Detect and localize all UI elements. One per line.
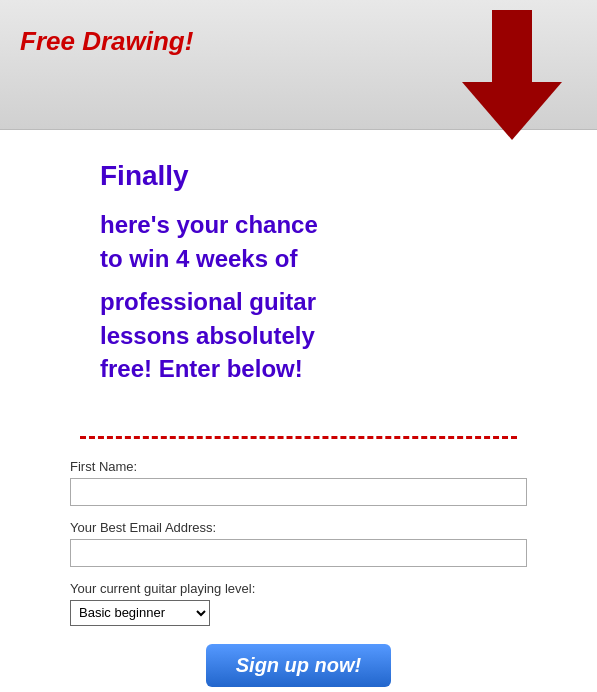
signup-button[interactable]: Sign up now! [206,644,392,687]
svg-marker-1 [462,82,562,140]
page-title: Free Drawing! [20,26,193,57]
headline-lessons: professional guitar lessons absolutely f… [100,285,567,386]
main-content: Finally here's your chance to win 4 week… [0,130,597,426]
headline-finally: Finally [100,160,567,192]
first-name-label: First Name: [70,459,527,474]
email-input[interactable] [70,539,527,567]
page-wrapper: Free Drawing! Finally here's your chance… [0,0,597,692]
form-section: First Name: Your Best Email Address: You… [0,459,597,692]
level-label: Your current guitar playing level: [70,581,527,596]
svg-rect-0 [492,10,532,85]
arrow-container [457,10,567,144]
headline-chance: here's your chance to win 4 weeks of [100,208,567,275]
first-name-input[interactable] [70,478,527,506]
email-label: Your Best Email Address: [70,520,527,535]
header-section: Free Drawing! [0,0,597,130]
level-select[interactable]: Basic beginner Intermediate Advanced [70,600,210,626]
down-arrow-icon [457,10,567,140]
dashed-divider [80,436,517,439]
